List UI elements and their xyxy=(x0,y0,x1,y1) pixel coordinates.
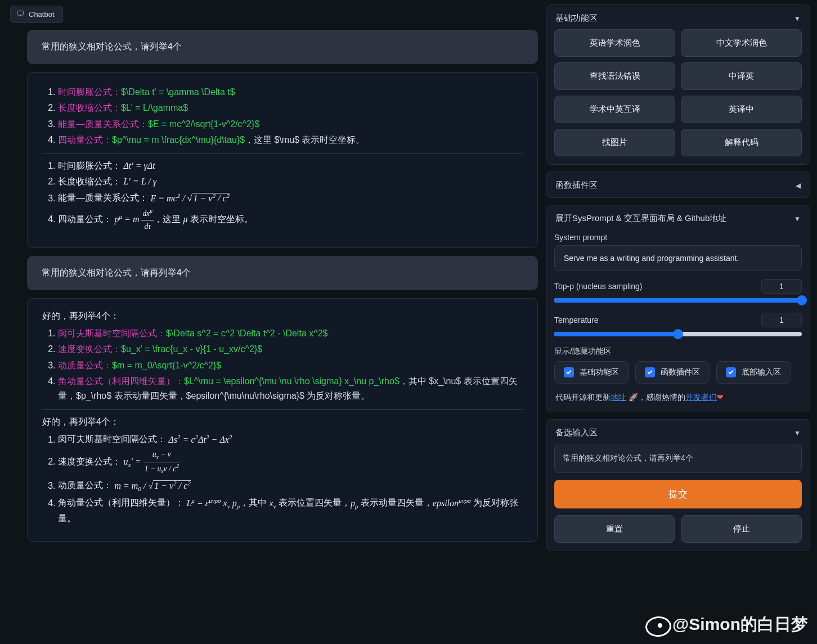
chat-history: 常用的狭义相对论公式，请列举4个 时间膨胀公式：$\Delta t' = \ga… xyxy=(10,24,538,640)
rendered-formula: 长度收缩公式： L′ = L / γ xyxy=(58,174,523,189)
fn-en-to-zh[interactable]: 英译中 xyxy=(681,96,802,123)
system-prompt-input[interactable]: Serve me as a writing and programming as… xyxy=(554,245,802,271)
chevron-down-icon: ▼ xyxy=(794,429,801,437)
temperature-value[interactable]: 1 xyxy=(761,313,802,327)
chevron-down-icon: ▼ xyxy=(794,15,801,22)
fn-english-polish[interactable]: 英语学术润色 xyxy=(554,29,675,57)
alt-input-panel: 备选输入区 ▼ 常用的狭义相对论公式，请再列举4个 提交 重置 停止 xyxy=(546,419,810,551)
stop-button[interactable]: 停止 xyxy=(681,515,802,543)
rendered-formula: 动质量公式： m = m0 / √1 − v2 / c2 xyxy=(58,478,523,494)
topp-label: Top-p (nucleus sampling) xyxy=(554,282,642,291)
fn-chinese-polish[interactable]: 中文学术润色 xyxy=(681,29,802,57)
checkbox-plugin-area[interactable]: 函数插件区 xyxy=(635,361,710,384)
fn-zh-to-en[interactable]: 中译英 xyxy=(681,62,802,90)
chevron-down-icon: ▼ xyxy=(794,215,801,223)
reset-button[interactable]: 重置 xyxy=(554,515,675,543)
rendered-formula: 角动量公式（利用四维矢量）： Lμ = εμνρσ xν pρ，其中 xν 表示… xyxy=(58,495,523,526)
fn-academic-translate[interactable]: 学术中英互译 xyxy=(554,96,675,123)
panel-header[interactable]: 展开SysPrompt & 交互界面布局 & Github地址 ▼ xyxy=(554,211,802,229)
check-icon xyxy=(564,367,574,377)
rendered-formula: 四动量公式： pμ = m dxμdτ，这里 μ 表示时空坐标。 xyxy=(58,207,523,233)
panel-header[interactable]: 备选输入区 ▼ xyxy=(554,425,802,444)
topp-slider[interactable] xyxy=(554,298,802,303)
checkbox-bottom-input[interactable]: 底部输入区 xyxy=(716,361,791,384)
chevron-left-icon: ◀ xyxy=(796,182,801,190)
topp-value[interactable]: 1 xyxy=(761,279,802,294)
assistant-message: 好的，再列举4个： 闵可夫斯基时空间隔公式：$\Delta s^2 = c^2 … xyxy=(27,298,538,541)
rendered-formula: 时间膨胀公式： Δt′ = γΔt xyxy=(58,159,523,173)
rendered-formula: 速度变换公式： ux′ = ux − v1 − uxv / c2 xyxy=(58,448,523,476)
fn-find-image[interactable]: 找图片 xyxy=(554,129,675,156)
sysprompt-panel: 展开SysPrompt & 交互界面布局 & Github地址 ▼ System… xyxy=(546,205,810,412)
check-icon xyxy=(726,367,736,377)
user-message: 常用的狭义相对论公式，请列举4个 xyxy=(27,30,538,64)
rendered-formula: 能量—质量关系公式： E = mc2 / √1 − v2 / c2 xyxy=(58,190,523,206)
user-message: 常用的狭义相对论公式，请再列举4个 xyxy=(27,256,538,290)
basic-function-panel: 基础功能区 ▼ 英语学术润色 中文学术润色 查找语法错误 中译英 学术中英互译 … xyxy=(546,4,810,165)
checkbox-basic-area[interactable]: 基础功能区 xyxy=(554,361,629,384)
toggle-label: 显示/隐藏功能区 xyxy=(554,346,802,357)
tab-chatbot[interactable]: Chatbot xyxy=(10,6,63,23)
temperature-label: Temperature xyxy=(554,316,599,325)
check-icon xyxy=(645,367,655,377)
tab-label: Chatbot xyxy=(29,10,55,19)
heart-icon: ❤ xyxy=(717,393,724,402)
system-prompt-label: System prompt xyxy=(554,233,802,242)
fn-explain-code[interactable]: 解释代码 xyxy=(681,129,802,156)
svg-rect-0 xyxy=(17,11,24,15)
assistant-message: 时间膨胀公式：$\Delta t' = \gamma \Delta t$ 长度收… xyxy=(27,72,538,248)
repo-link[interactable]: 地址 xyxy=(610,393,626,402)
alt-input[interactable]: 常用的狭义相对论公式，请再列举4个 xyxy=(554,444,802,473)
chat-icon xyxy=(16,10,24,19)
temperature-slider[interactable] xyxy=(554,332,802,336)
footer-links: 代码开源和更新地址 🚀，感谢热情的开发者们❤ xyxy=(555,393,801,403)
plugin-panel: 函数插件区 ◀ xyxy=(546,172,810,198)
submit-button[interactable]: 提交 xyxy=(554,480,802,508)
panel-header[interactable]: 基础功能区 ▼ xyxy=(554,11,802,29)
panel-header[interactable]: 函数插件区 ◀ xyxy=(554,178,802,192)
rendered-formula: 闵可夫斯基时空间隔公式： Δs2 = c2Δt2 − Δx2 xyxy=(58,431,523,447)
fn-grammar-check[interactable]: 查找语法错误 xyxy=(554,62,675,90)
devs-link[interactable]: 开发者们 xyxy=(685,393,717,402)
